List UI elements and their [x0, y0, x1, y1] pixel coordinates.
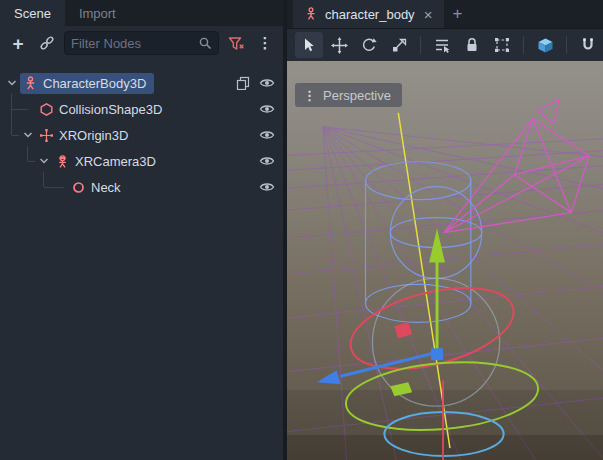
collapse-arrow-icon[interactable]: [20, 131, 36, 139]
tree-guide: [11, 94, 12, 135]
main-viewport-panel: character_body × +: [287, 0, 603, 460]
tree-guide: [43, 172, 44, 187]
snap-toggle-button[interactable]: [574, 32, 602, 58]
tree-guide: [44, 187, 64, 188]
cursor-icon: [301, 37, 317, 53]
toolbar-separator: [420, 36, 421, 54]
filter-nodes-box: [64, 31, 219, 55]
tab-import[interactable]: Import: [65, 0, 130, 26]
rotate-mode-button[interactable]: [355, 32, 383, 58]
tree-item-label: Neck: [91, 180, 121, 195]
scene-dock-body: +: [0, 26, 283, 460]
collapse-arrow-icon[interactable]: [4, 79, 20, 87]
filter-clear-icon: [228, 36, 245, 51]
viewport-3d-scene[interactable]: [287, 61, 603, 460]
link-icon: [39, 35, 55, 51]
character-body-3d-icon: [303, 7, 318, 22]
new-scene-tab-button[interactable]: +: [444, 0, 470, 28]
toolbar-separator: [566, 36, 567, 54]
scene-toolbar: +: [0, 26, 283, 60]
lock-icon: [465, 37, 479, 53]
filter-nodes-input[interactable]: [71, 36, 194, 51]
scene-tree: CharacterBody3D: [0, 60, 283, 460]
viewport-toolbar: [287, 28, 603, 61]
clear-filter-button[interactable]: [224, 31, 248, 55]
dock-tab-bar: Scene Import: [0, 0, 283, 26]
group-selected-button[interactable]: [488, 32, 516, 58]
tree-item-selection: Neck: [68, 177, 129, 198]
scene-tab-label: character_body: [325, 7, 415, 22]
editable-children-icon[interactable]: [236, 76, 250, 90]
tree-guide: [27, 146, 28, 161]
add-node-button[interactable]: +: [6, 31, 30, 55]
scene-tab-bar: character_body × +: [287, 0, 603, 28]
menu-dots-icon: ⋮: [303, 88, 316, 103]
tree-item-selection: CollisionShape3D: [36, 99, 170, 120]
visibility-eye-icon[interactable]: [259, 180, 275, 194]
tree-item-selection: XRCamera3D: [52, 151, 164, 172]
scene-tab-character-body[interactable]: character_body ×: [293, 0, 444, 28]
tree-guide: [12, 109, 28, 110]
scene-dock-menu-button[interactable]: ⋮: [253, 31, 277, 55]
move-mode-button[interactable]: [325, 32, 353, 58]
toolbar-separator: [523, 36, 524, 54]
tree-item-character-body-3d[interactable]: CharacterBody3D: [0, 70, 283, 96]
viewport-3d[interactable]: ⋮ Perspective: [287, 61, 603, 460]
visibility-eye-icon[interactable]: [259, 76, 275, 90]
instance-scene-button[interactable]: [35, 31, 59, 55]
lock-selected-button[interactable]: [458, 32, 486, 58]
magnet-icon: [580, 37, 596, 53]
group-icon: [494, 37, 510, 53]
list-select-icon: [434, 37, 450, 53]
xr-camera-3d-icon: [55, 154, 70, 169]
neck-node-icon: [71, 180, 86, 195]
tree-item-collision-shape-3d[interactable]: CollisionShape3D: [0, 96, 283, 122]
tree-item-xr-origin-3d[interactable]: XROrigin3D: [0, 122, 283, 148]
tree-guide: [28, 161, 35, 162]
visibility-eye-icon[interactable]: [259, 102, 275, 116]
xr-origin-3d-icon: [39, 128, 54, 143]
visibility-eye-icon[interactable]: [259, 154, 275, 168]
collision-shape-3d-icon: [39, 102, 54, 117]
tree-guide: [12, 135, 19, 136]
gizmo-center-handle[interactable]: [431, 348, 443, 360]
visibility-eye-icon[interactable]: [259, 128, 275, 142]
tab-scene[interactable]: Scene: [0, 0, 65, 26]
select-mode-button[interactable]: [295, 32, 323, 58]
rotate-icon: [361, 37, 377, 53]
close-tab-icon[interactable]: ×: [422, 7, 435, 22]
tree-item-label: XRCamera3D: [75, 154, 156, 169]
collapse-arrow-icon[interactable]: [36, 157, 52, 165]
tree-item-selection: CharacterBody3D: [20, 73, 154, 94]
tree-item-label: CharacterBody3D: [43, 76, 146, 91]
godot-editor-window: Scene Import +: [0, 0, 603, 460]
tree-item-selection: XROrigin3D: [36, 125, 136, 146]
search-icon: [198, 36, 212, 50]
local-space-toggle-button[interactable]: [531, 32, 559, 58]
tree-item-label: CollisionShape3D: [59, 102, 162, 117]
tree-item-xr-camera-3d[interactable]: XRCamera3D: [0, 148, 283, 174]
perspective-menu-button[interactable]: ⋮ Perspective: [295, 83, 402, 107]
scene-dock: Scene Import +: [0, 0, 283, 460]
list-select-button[interactable]: [428, 32, 456, 58]
move-icon: [331, 37, 348, 54]
tree-item-label: XROrigin3D: [59, 128, 128, 143]
scale-icon: [391, 37, 407, 53]
cube-icon: [537, 37, 554, 54]
character-body-3d-icon: [23, 76, 38, 91]
perspective-label: Perspective: [323, 88, 391, 103]
scale-mode-button[interactable]: [385, 32, 413, 58]
